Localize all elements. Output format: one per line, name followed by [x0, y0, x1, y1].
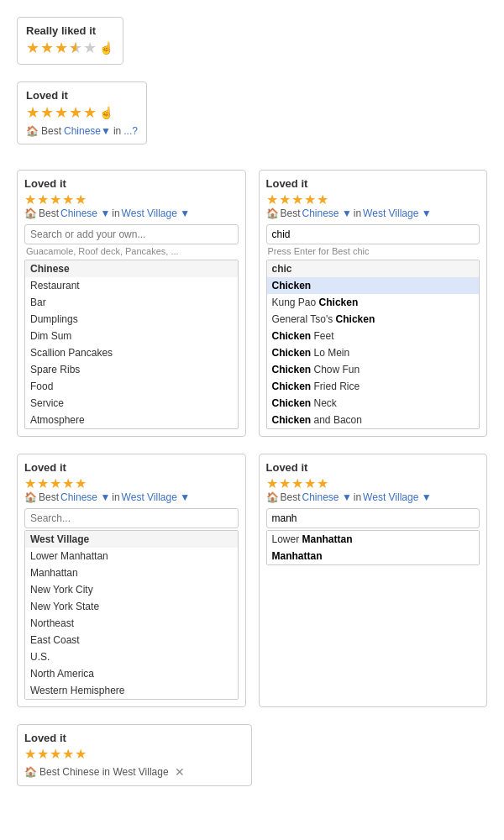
star-half[interactable]: ★★	[69, 39, 83, 57]
flag-icon: 🏠	[26, 125, 39, 137]
br-place-dropdown[interactable]: West Village ▼	[363, 491, 431, 503]
grid-row-1: Loved it ★★★★★ 🏠 Best Chinese ▼ in West …	[17, 170, 487, 437]
list-item[interactable]: New York State	[25, 598, 238, 615]
bottom-flag: 🏠	[24, 766, 37, 778]
tl-dropdown-list: Chinese Restaurant Bar Dumplings Dim Sum…	[24, 260, 239, 429]
list-item[interactable]: Spare Ribs	[25, 361, 238, 378]
bl-in: in	[112, 491, 119, 503]
loved-tag-line: 🏠 Best Chinese▼ in ...?	[26, 125, 138, 137]
br-stars: ★★★★★	[266, 475, 480, 491]
bottom-section: Loved it ★★★★★ 🏠 Best Chinese in West Vi…	[17, 724, 487, 786]
grid-row-2: Loved it ★★★★★ 🏠 Best Chinese ▼ in West …	[17, 454, 487, 707]
bl-search-input[interactable]	[24, 508, 239, 528]
loved-stars[interactable]: ★★★★★ ☝	[26, 103, 138, 122]
bl-best: Best	[39, 491, 59, 503]
star-3[interactable]: ★	[55, 39, 69, 57]
list-item[interactable]: New York City	[25, 581, 238, 598]
section-loved: Loved it ★★★★★ ☝ 🏠 Best Chinese▼ in ...?	[17, 81, 487, 144]
br-in: in	[354, 491, 361, 503]
bottom-title: Loved it	[24, 732, 244, 744]
bl-flag: 🏠	[24, 491, 37, 503]
bottom-tag-text: Best Chinese in West Village	[39, 766, 169, 778]
list-item[interactable]: Western Hemisphere	[25, 682, 238, 699]
bl-category-dropdown[interactable]: Chinese ▼	[60, 491, 110, 503]
tag-in-label: in	[113, 125, 121, 137]
list-item[interactable]: Restaurant	[25, 277, 238, 294]
card-bottom-left: Loved it ★★★★★ 🏠 Best Chinese ▼ in West …	[17, 454, 246, 707]
tr-category-dropdown[interactable]: Chinese ▼	[302, 207, 352, 219]
loved-title: Loved it	[26, 89, 138, 102]
tl-place-dropdown[interactable]: West Village ▼	[122, 207, 190, 219]
list-item-chicken-chow-fun[interactable]: Chicken Chow Fun	[267, 361, 480, 378]
list-item[interactable]: Chicken	[267, 277, 480, 294]
list-item[interactable]: Chicken Neck	[267, 395, 480, 412]
br-flag: 🏠	[266, 491, 279, 503]
really-liked-card: Really liked it ★ ★ ★ ★★ ★ ☝	[17, 17, 123, 65]
list-item[interactable]: Scallion Pancakes	[25, 344, 238, 361]
bl-breadcrumb: 🏠 Best Chinese ▼ in West Village ▼	[24, 491, 239, 503]
really-liked-stars[interactable]: ★ ★ ★ ★★ ★ ☝	[26, 39, 114, 57]
tag-best-label: Best	[41, 125, 61, 137]
star-1[interactable]: ★	[26, 39, 40, 57]
list-item[interactable]: Kung Pao Chicken	[267, 294, 480, 311]
list-item[interactable]: Bar	[25, 294, 238, 311]
list-item[interactable]: Dumplings	[25, 311, 238, 328]
list-item[interactable]: Food	[25, 378, 238, 395]
list-item[interactable]: East Coast	[25, 632, 238, 648]
tl-category-dropdown[interactable]: Chinese ▼	[60, 207, 110, 219]
list-item[interactable]: Northeast	[25, 615, 238, 632]
list-item[interactable]: General Tso's Chicken	[267, 311, 480, 328]
card-top-left: Loved it ★★★★★ 🏠 Best Chinese ▼ in West …	[17, 170, 246, 437]
cursor-icon: ☝	[99, 41, 114, 55]
bl-dropdown-list: West Village Lower Manhattan Manhattan N…	[24, 530, 239, 700]
loved-card: Loved it ★★★★★ ☝ 🏠 Best Chinese▼ in ...?	[17, 81, 147, 144]
remove-tag-button[interactable]: ✕	[175, 765, 185, 779]
list-item[interactable]: Lower Manhattan	[25, 548, 238, 564]
star-empty[interactable]: ★	[83, 39, 97, 57]
tl-flag: 🏠	[24, 207, 37, 219]
star-2[interactable]: ★	[40, 39, 55, 57]
bl-place-dropdown[interactable]: West Village ▼	[122, 491, 190, 503]
list-item[interactable]: Manhattan	[267, 548, 480, 564]
tl-search-input[interactable]	[24, 224, 239, 244]
bl-stars: ★★★★★	[24, 475, 239, 491]
tr-place-dropdown[interactable]: West Village ▼	[363, 207, 431, 219]
tl-hint: Guacamole, Roof deck, Pancakes, ...	[24, 246, 239, 256]
tag-category-link[interactable]: Chinese▼	[64, 125, 111, 137]
list-item[interactable]: North America	[25, 665, 238, 682]
tr-hint: Press Enter for Best chic	[266, 246, 480, 256]
br-search-input[interactable]	[266, 508, 480, 528]
bottom-stars: ★★★★★	[24, 746, 244, 762]
tag-place-link[interactable]: ...?	[123, 125, 138, 137]
tr-search-input[interactable]	[266, 224, 480, 244]
list-item[interactable]: Chicken and Bacon	[267, 412, 480, 428]
card-top-right: Loved it ★★★★★ 🏠 Best Chinese ▼ in West …	[259, 170, 488, 437]
br-dropdown-list: Lower Manhattan Manhattan	[266, 530, 480, 565]
bottom-card: Loved it ★★★★★ 🏠 Best Chinese in West Vi…	[17, 724, 252, 786]
list-item[interactable]: Chicken Lo Mein	[267, 344, 480, 361]
tr-flag: 🏠	[266, 207, 279, 219]
bl-title: Loved it	[24, 461, 239, 474]
list-item[interactable]: Manhattan	[25, 564, 238, 581]
tr-in: in	[354, 207, 361, 219]
br-best: Best	[281, 491, 301, 503]
tr-stars: ★★★★★	[266, 192, 480, 207]
list-item[interactable]: Lower Manhattan	[267, 531, 480, 548]
tr-dropdown-list: chic Chicken Kung Pao Chicken General Ts…	[266, 260, 480, 429]
tl-in: in	[112, 207, 119, 219]
bottom-tag-line: 🏠 Best Chinese in West Village ✕	[24, 765, 244, 779]
br-category-dropdown[interactable]: Chinese ▼	[302, 491, 352, 503]
tl-stars: ★★★★★	[24, 192, 239, 207]
section-really-liked: Really liked it ★ ★ ★ ★★ ★ ☝	[17, 17, 487, 65]
list-item[interactable]: Chicken Fried Rice	[267, 378, 480, 395]
tl-breadcrumb: 🏠 Best Chinese ▼ in West Village ▼	[24, 207, 239, 219]
list-item[interactable]: Chicken Feet	[267, 328, 480, 344]
list-item[interactable]: Atmosphere	[25, 412, 238, 428]
list-item[interactable]: U.S.	[25, 648, 238, 665]
tl-group-header: Chinese	[25, 260, 238, 277]
br-breadcrumb: 🏠 Best Chinese ▼ in West Village ▼	[266, 491, 480, 503]
list-item[interactable]: Dim Sum	[25, 328, 238, 344]
tr-title: Loved it	[266, 177, 480, 190]
list-item[interactable]: Service	[25, 395, 238, 412]
really-liked-title: Really liked it	[26, 24, 114, 37]
